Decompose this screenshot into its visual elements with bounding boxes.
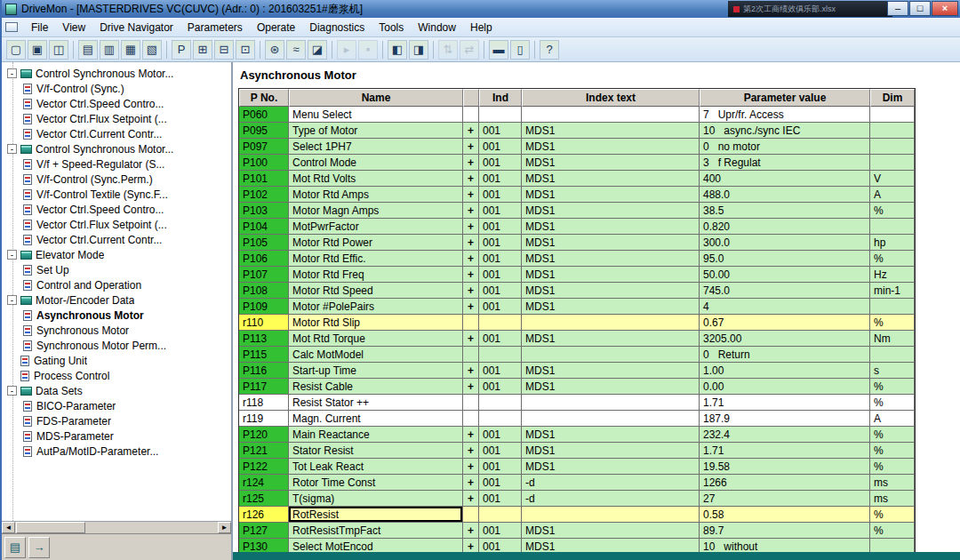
tree-item-motor-encoder-data[interactable]: -Motor-/Encoder Data (2, 292, 231, 308)
cell-index-text[interactable]: -d (522, 475, 700, 491)
cell-parameter-value[interactable]: 1266 (700, 475, 870, 491)
cell-ind[interactable] (479, 107, 522, 123)
param-row-p122[interactable]: P122Tot Leak React+001MDS119.58% (239, 459, 915, 475)
cell-name[interactable]: Control Mode (289, 155, 463, 171)
cell-name[interactable]: Motor Rtd Freq (289, 267, 463, 283)
menu-tools[interactable]: Tools (372, 19, 411, 36)
tree-item-v-f-control-sync-perm[interactable]: V/f-Control (Sync.Perm.) (2, 172, 231, 187)
cell-dim[interactable]: % (870, 379, 915, 395)
cell-index-text[interactable]: MDS1 (522, 267, 700, 283)
parameter-overview-icon[interactable]: P (172, 40, 191, 60)
cell-ind[interactable]: 001 (479, 363, 522, 379)
cell-pno[interactable]: r124 (239, 475, 289, 491)
cell-dim[interactable]: hp (870, 235, 915, 251)
tree-item-v-f-control-sync[interactable]: V/f-Control (Sync.) (2, 81, 231, 96)
param-row-p097[interactable]: P097Select 1PH7+001MDS10 no motor (239, 139, 915, 155)
cell-index-text[interactable]: MDS1 (522, 427, 700, 443)
cell-expand[interactable]: + (463, 123, 479, 139)
cell-pno[interactable]: P106 (239, 251, 289, 267)
cell-name[interactable]: Motor Rtd Power (289, 235, 463, 251)
cell-dim[interactable] (870, 139, 915, 155)
cell-index-text[interactable] (522, 107, 700, 123)
cell-dim[interactable]: ms (870, 475, 915, 491)
param-row-p103[interactable]: P103Motor Magn Amps+001MDS138.5% (239, 203, 915, 219)
cell-dim[interactable]: min-1 (870, 283, 915, 299)
download-parameters-icon[interactable]: ⇄ (460, 40, 479, 60)
param-row-p121[interactable]: P121Stator Resist+001MDS11.71% (239, 443, 915, 459)
cell-ind[interactable]: 001 (479, 155, 522, 171)
cell-ind[interactable]: 001 (479, 171, 522, 187)
parameter-quick-icon[interactable]: ⊟ (214, 40, 234, 60)
cell-parameter-value[interactable]: 0 Return (700, 347, 870, 363)
cell-index-text[interactable]: MDS1 (522, 459, 700, 475)
cell-expand[interactable]: + (463, 139, 479, 155)
cell-ind[interactable] (479, 411, 522, 427)
cell-parameter-value[interactable]: 745.0 (700, 283, 870, 299)
cell-expand[interactable]: + (463, 491, 479, 507)
cell-parameter-value[interactable]: 10 async./sync IEC (700, 123, 870, 139)
cell-dim[interactable]: % (870, 507, 915, 523)
cell-expand[interactable] (463, 395, 479, 411)
cell-name[interactable]: Select 1PH7 (289, 139, 463, 155)
tree-item-v-f-speed-regulator-s[interactable]: V/f + Speed-Regulator (S... (2, 156, 231, 172)
param-row-p106[interactable]: P106Motor Rtd Effic.+001MDS195.0% (239, 251, 915, 267)
cell-parameter-value[interactable]: 27 (700, 491, 870, 507)
cell-pno[interactable]: P105 (239, 235, 289, 251)
cell-index-text[interactable]: MDS1 (522, 187, 700, 203)
cell-index-text[interactable]: MDS1 (522, 523, 700, 539)
tile-horizontal-icon[interactable]: ▬ (489, 40, 508, 60)
cell-pno[interactable]: P117 (239, 379, 289, 395)
tile-vertical-icon[interactable]: ▯ (510, 40, 530, 60)
cell-ind[interactable] (479, 507, 522, 523)
tree-item-vector-ctrl-flux-setpoint[interactable]: Vector Ctrl.Flux Setpoint (... (2, 111, 231, 126)
scroll-right-icon[interactable]: ► (218, 522, 231, 533)
cell-name[interactable]: Resist Cable (289, 379, 463, 395)
cell-name[interactable]: Magn. Current (289, 411, 463, 427)
parameter-compare-icon[interactable]: ⊡ (236, 40, 255, 60)
cell-parameter-value[interactable]: 95.0 (700, 251, 870, 267)
mdi-child-icon[interactable] (5, 22, 18, 32)
cell-expand[interactable] (463, 411, 479, 427)
print-preview-icon[interactable]: ▧ (142, 40, 162, 60)
cell-dim[interactable] (870, 219, 915, 235)
cell-expand[interactable]: + (463, 299, 479, 315)
cell-name[interactable]: Mot Rtd Volts (289, 171, 463, 187)
print-icon[interactable]: ▦ (121, 40, 140, 60)
cell-ind[interactable]: 001 (479, 523, 522, 539)
cell-ind[interactable]: 001 (479, 443, 522, 459)
cell-expand[interactable]: + (463, 379, 479, 395)
cell-dim[interactable]: % (870, 443, 915, 459)
maximize-button[interactable]: □ (909, 1, 931, 16)
cell-index-text[interactable]: MDS1 (522, 139, 700, 155)
cell-ind[interactable]: 001 (479, 251, 522, 267)
cell-parameter-value[interactable]: 0.67 (700, 315, 870, 331)
cell-parameter-value[interactable]: 3205.00 (700, 331, 870, 347)
cell-ind[interactable]: 001 (479, 427, 522, 443)
cell-dim[interactable]: % (870, 315, 915, 331)
window-view-icon[interactable]: ◨ (409, 40, 428, 60)
cell-parameter-value[interactable]: 4 (700, 299, 870, 315)
cell-expand[interactable]: + (463, 523, 479, 539)
tree-item-bico-parameter[interactable]: BICO-Parameter (2, 398, 231, 413)
cell-index-text[interactable]: MDS1 (522, 251, 700, 267)
cell-pno[interactable]: P109 (239, 299, 289, 315)
cell-dim[interactable]: % (870, 395, 915, 411)
cell-dim[interactable]: % (870, 523, 915, 539)
collapse-expander-icon[interactable]: - (7, 250, 17, 260)
param-row-p113[interactable]: P113Mot Rtd Torque+001MDS13205.00Nm (239, 331, 915, 347)
cell-ind[interactable]: 001 (479, 459, 522, 475)
cell-index-text[interactable]: MDS1 (522, 443, 700, 459)
scrollbar-thumb[interactable] (16, 522, 85, 533)
tree-item-elevator-mode[interactable]: -Elevator Mode (2, 247, 231, 262)
close-button[interactable]: × (932, 1, 958, 16)
param-row-p102[interactable]: P102Motor Rtd Amps+001MDS1488.0A (239, 187, 915, 203)
tree-item-control-synchronous-motor[interactable]: -Control Synchronous Motor... (2, 66, 231, 81)
tree-item-vector-ctrl-current-contr[interactable]: Vector Ctrl.Current Contr... (2, 232, 231, 247)
cell-expand[interactable]: + (463, 235, 479, 251)
cell-parameter-value[interactable]: 187.9 (700, 411, 870, 427)
collapse-expander-icon[interactable]: - (7, 68, 17, 78)
cell-expand[interactable]: + (463, 219, 479, 235)
cell-ind[interactable]: 001 (479, 379, 522, 395)
cell-parameter-value[interactable]: 1.71 (700, 443, 870, 459)
navigator-book-icon[interactable]: ▤ (4, 537, 26, 558)
